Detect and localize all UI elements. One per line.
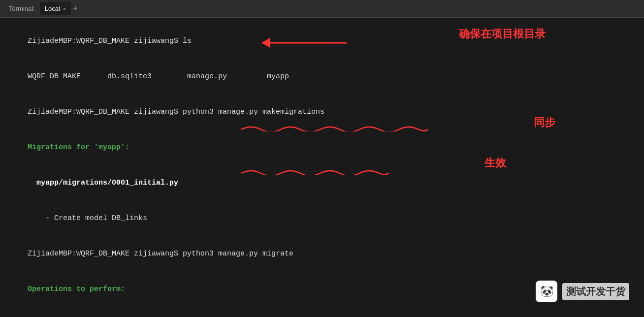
annotation-sync: 同步 (534, 115, 555, 130)
migrations-for-text: Migrations for 'myapp': (28, 143, 129, 152)
annotation-confirm: 确保在项目根目录 (459, 27, 546, 41)
ls-result-text: WQRF_DB_MAKE db.sqlite3 manage.py myapp (28, 72, 289, 81)
wavy-underline-migrate (241, 166, 389, 175)
wavy-underline-makemigrations (241, 123, 428, 131)
tab-local[interactable]: Local × (40, 2, 71, 15)
tab-bar: Terminal: Local × + (0, 0, 644, 18)
migrate-prompt-line: ZijiadeMBP:WQRF_DB_MAKE zijiawang$ pytho… (10, 236, 634, 272)
annotation-effect: 生效 (484, 156, 506, 170)
migrations-file-text: myapp/migrations/0001_initial.py (28, 179, 178, 187)
migrate-prompt-text: ZijiadeMBP:WQRF_DB_MAKE zijiawang$ pytho… (28, 250, 293, 258)
apply-all-line: Apply all migrations: admin, auth, conte… (10, 307, 634, 317)
tab-local-label: Local (45, 5, 60, 12)
watermark-icon: 🐼 (536, 281, 557, 302)
migrations-create-line: - Create model DB_links (10, 201, 634, 236)
ls-prompt-text: ZijiadeMBP:WQRF_DB_MAKE zijiawang$ ls (28, 37, 192, 45)
new-tab-button[interactable]: + (73, 4, 78, 13)
watermark-text: 测试开发干货 (562, 283, 629, 300)
watermark: 🐼 测试开发干货 (536, 281, 629, 302)
watermark-emoji: 🐼 (540, 285, 553, 298)
migrations-create-text: - Create model DB_links (28, 214, 147, 222)
ls-result-line: WQRF_DB_MAKE db.sqlite3 manage.py myapp (10, 59, 634, 95)
confirm-arrow (261, 35, 350, 50)
terminal-label: Terminal: (4, 2, 40, 15)
terminal-window: ZijiadeMBP:WQRF_DB_MAKE zijiawang$ ls WQ… (0, 18, 644, 317)
operations-header-text: Operations to perform: (28, 285, 125, 293)
tab-close-button[interactable]: × (63, 6, 66, 12)
migrations-for-line: Migrations for 'myapp': (10, 130, 634, 165)
makemigrations-prompt-text: ZijiadeMBP:WQRF_DB_MAKE zijiawang$ pytho… (28, 108, 324, 116)
